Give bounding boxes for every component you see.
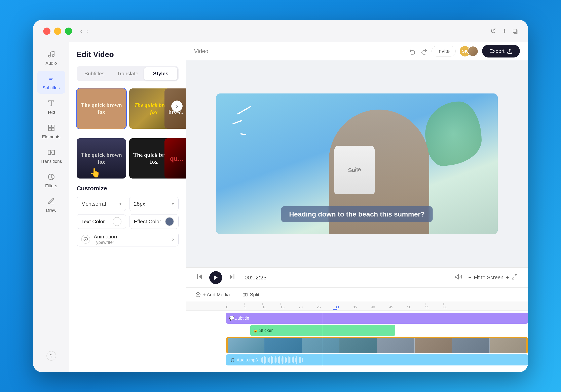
ruler-mark-25: 25: [317, 303, 335, 309]
style-card-3[interactable]: The quick brown fox 👆: [77, 138, 126, 179]
fullscreen-button[interactable]: [511, 274, 518, 281]
text-color-field[interactable]: Text Color: [77, 214, 126, 229]
thumb-5: [377, 338, 415, 353]
filters-icon: [46, 172, 56, 182]
tab-translate[interactable]: Translate: [111, 67, 144, 80]
track-content-subtitle[interactable]: 💬 Subtitle: [226, 313, 528, 324]
redo-button[interactable]: [420, 48, 428, 55]
audio-music-icon: 🎵: [230, 358, 235, 362]
thumb-2: [264, 338, 302, 353]
font-select[interactable]: Montserrat ▾: [77, 197, 126, 211]
sidebar-item-draw[interactable]: Draw: [37, 193, 65, 216]
animation-chevron-icon: ›: [172, 236, 174, 243]
track-content-sticker[interactable]: 🔒 Sticker: [226, 325, 528, 336]
animation-preview-icon: [81, 235, 90, 244]
ruler-mark-35: 35: [353, 303, 371, 309]
export-button[interactable]: Export: [482, 45, 520, 57]
ruler-mark-5: 5: [244, 303, 262, 309]
maximize-button[interactable]: [65, 28, 72, 35]
sidebar-item-elements[interactable]: Elements: [37, 120, 65, 143]
svg-rect-9: [48, 150, 51, 155]
sticker-clip[interactable]: 🔒 Sticker: [250, 325, 395, 336]
effect-color-field[interactable]: Effect Color: [129, 214, 179, 229]
text-icon: [46, 98, 56, 108]
play-button[interactable]: [209, 271, 222, 284]
effect-color-swatch[interactable]: [165, 217, 174, 226]
timeline-toolbar: + Add Media Split: [186, 288, 528, 302]
reload-icon[interactable]: ↺: [490, 27, 496, 35]
invite-button[interactable]: Invite: [432, 46, 456, 56]
customize-title: Customize: [77, 185, 179, 192]
ruler-mark-15: 15: [280, 303, 299, 309]
trim-handle-right[interactable]: [526, 337, 528, 353]
subtitles-icon: [46, 74, 56, 84]
track-content-audio[interactable]: 🎵 Audio.mp3: [226, 354, 528, 365]
nav-forward-button[interactable]: ›: [86, 27, 89, 35]
sidebar-item-subtitles[interactable]: Subtitles: [37, 71, 65, 94]
icon-sidebar: Audio Subtitles Text: [33, 42, 69, 372]
svg-rect-2: [48, 76, 54, 81]
video-frame: Suite Heading down to the beach this sum…: [216, 94, 498, 234]
subtitle-track-label: Subtitle: [235, 316, 249, 321]
help-button[interactable]: ?: [37, 348, 65, 364]
zoom-out-button[interactable]: −: [468, 275, 471, 281]
add-tab-icon[interactable]: +: [502, 27, 507, 35]
sidebar-item-text[interactable]: Text: [37, 95, 65, 118]
sidebar-item-audio[interactable]: Audio: [37, 46, 65, 69]
timeline-tracks: 💬 Subtitle 🔒 Sticker: [186, 311, 528, 369]
add-media-button[interactable]: + Add Media: [192, 290, 233, 299]
audio-waveform[interactable]: 🎵 Audio.mp3: [226, 354, 528, 365]
sidebar-label-draw: Draw: [46, 208, 56, 213]
sidebar-item-transitions[interactable]: Transitions: [37, 144, 65, 167]
svg-rect-24: [245, 293, 247, 296]
timeline-ruler: 0 5 10 15 20 25 30 35 40 45: [186, 302, 528, 311]
svg-rect-10: [52, 150, 54, 155]
waveform-bars: [261, 356, 303, 364]
style-card-1[interactable]: The quick brown fox: [77, 88, 126, 129]
text-color-swatch[interactable]: [113, 217, 121, 226]
font-size-select[interactable]: 28px ▾: [129, 197, 179, 211]
sidebar-item-filters[interactable]: Filters: [37, 169, 65, 192]
animation-info: Animation Typewriter: [94, 233, 169, 245]
track-content-video[interactable]: [226, 337, 528, 353]
next-arrow-button[interactable]: ›: [171, 101, 183, 112]
font-dropdown-icon: ▾: [119, 201, 121, 206]
track-row-sticker: 🔒 Sticker: [186, 325, 528, 336]
sidebar-label-audio: Audio: [45, 61, 57, 66]
duplicate-icon[interactable]: ⧉: [513, 27, 518, 35]
text-color-label: Text Color: [81, 219, 105, 225]
animation-row[interactable]: Animation Typewriter ›: [77, 232, 179, 246]
undo-button[interactable]: [409, 48, 416, 55]
fit-screen-controls: − Fit to Screen +: [468, 274, 518, 281]
subtitle-clip[interactable]: 💬 Subtitle: [226, 313, 528, 324]
sidebar-label-elements: Elements: [42, 134, 61, 139]
svg-marker-17: [456, 275, 458, 279]
export-label: Export: [489, 48, 505, 54]
trim-handle-left[interactable]: [226, 337, 228, 353]
tab-subtitles[interactable]: Subtitles: [78, 67, 111, 80]
tab-styles[interactable]: Styles: [144, 67, 177, 80]
ruler-marks: 0 5 10 15 20 25 30 35 40 45: [226, 303, 528, 309]
ruler-mark-60: 60: [443, 303, 462, 309]
subtitle-track-icon: 💬: [229, 316, 235, 321]
track-row-subtitle: 💬 Subtitle: [186, 313, 528, 324]
skip-back-button[interactable]: [196, 273, 203, 282]
track-row-video: [186, 337, 528, 353]
audio-track-label: Audio.mp3: [237, 357, 258, 363]
video-toolbar: Video Invite SK E: [186, 42, 528, 60]
nav-back-button[interactable]: ‹: [80, 27, 82, 35]
time-display: 00:02:23: [241, 275, 270, 281]
svg-point-1: [52, 55, 54, 57]
minimize-button[interactable]: [54, 28, 61, 35]
sticker-lock-icon: 🔒: [253, 328, 258, 333]
zoom-in-button[interactable]: +: [506, 275, 509, 281]
audio-icon: [46, 49, 56, 59]
close-button[interactable]: [43, 28, 51, 35]
ruler-mark-30: 30: [335, 303, 353, 309]
ruler-mark-10: 10: [262, 303, 280, 309]
svg-line-19: [512, 277, 514, 279]
volume-button[interactable]: [455, 273, 462, 282]
split-button[interactable]: Split: [239, 290, 263, 299]
style-card-3-text: The quick brown fox: [77, 149, 126, 167]
skip-forward-button[interactable]: [228, 273, 236, 282]
